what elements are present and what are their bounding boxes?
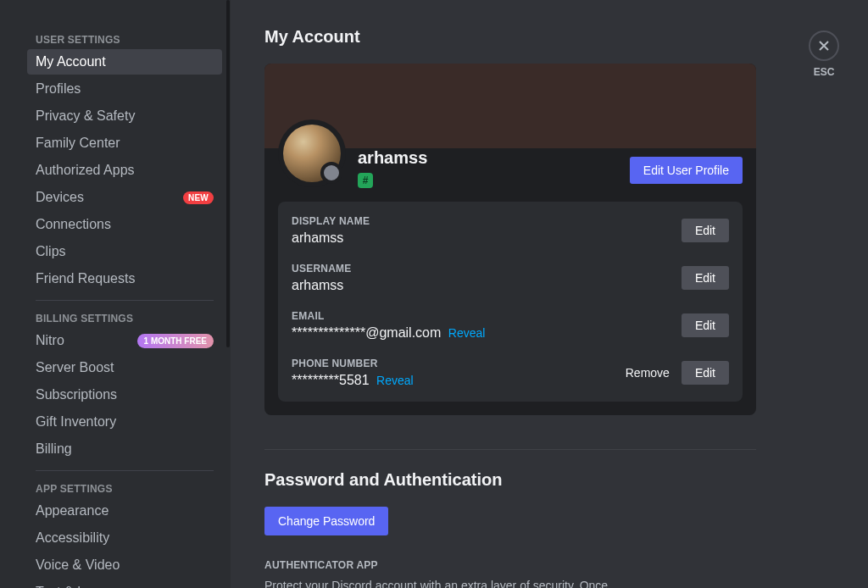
edit-display-name-button[interactable]: Edit [682,219,729,242]
sidebar-section-heading: BILLING SETTINGS [27,309,222,328]
sidebar-item-label: Gift Inventory [36,414,116,430]
email-value: **************@gmail.com Reveal [292,325,485,341]
sidebar-item-nitro[interactable]: Nitro1 MONTH FREE [27,328,222,353]
edit-username-button[interactable]: Edit [682,266,729,290]
sidebar-item-accessibility[interactable]: Accessibility [27,525,222,551]
sidebar-item-label: Server Boost [36,360,114,375]
close-icon [809,31,839,61]
sidebar-item-label: Family Center [36,136,120,151]
sidebar-item-friend-requests[interactable]: Friend Requests [27,266,222,291]
close-label: ESC [814,66,835,78]
sidebar-item-connections[interactable]: Connections [27,212,222,237]
sidebar-divider [36,470,214,471]
sidebar-item-appearance[interactable]: Appearance [27,498,222,524]
sidebar-item-my-account[interactable]: My Account [27,49,222,75]
sidebar-item-label: Authorized Apps [36,163,135,178]
edit-phone-button[interactable]: Edit [682,361,729,385]
reveal-phone-link[interactable]: Reveal [376,374,414,387]
new-badge: NEW [183,191,214,204]
sidebar-item-text-images[interactable]: Text & Images [27,580,222,588]
page-title: My Account [264,27,834,47]
profile-name: arhamss [358,148,427,168]
sidebar-item-label: Appearance [36,503,108,519]
sidebar-item-label: Devices [36,190,84,205]
sidebar-item-label: Privacy & Safety [36,108,135,124]
sidebar-item-label: Subscriptions [36,387,117,402]
password-auth-title: Password and Authentication [264,470,834,490]
username-field: USERNAME arhamss Edit [292,254,729,302]
sidebar-item-label: Nitro [36,333,64,348]
account-fields: DISPLAY NAME arhamss Edit USERNAME arham… [278,202,743,402]
promo-badge: 1 MONTH FREE [137,334,214,348]
sidebar-item-label: Voice & Video [36,557,120,573]
edit-user-profile-button[interactable]: Edit User Profile [630,157,743,184]
change-password-button[interactable]: Change Password [264,507,388,535]
content-area: ESC My Account arhamss # Edit User Profi… [231,0,868,588]
sidebar-item-server-boost[interactable]: Server Boost [27,355,222,380]
sidebar-item-label: Connections [36,217,111,232]
sidebar-item-subscriptions[interactable]: Subscriptions [27,382,222,408]
sidebar-item-label: My Account [36,54,106,69]
section-divider [264,449,756,450]
sidebar-item-family-center[interactable]: Family Center [27,130,222,156]
username-value: arhamss [292,278,352,293]
phone-masked: *********5581 [292,373,370,387]
sidebar-section-heading: APP SETTINGS [27,480,222,498]
reveal-email-link[interactable]: Reveal [448,326,486,340]
sidebar-item-billing[interactable]: Billing [27,436,222,462]
sidebar-item-label: Profiles [36,81,81,97]
sidebar-item-label: Friend Requests [36,271,135,286]
sidebar-divider [36,300,214,301]
avatar-wrap [278,119,346,187]
account-card: arhamss # Edit User Profile DISPLAY NAME… [264,64,756,415]
sidebar-item-privacy-safety[interactable]: Privacy & Safety [27,103,222,129]
sidebar-item-label: Billing [36,441,72,457]
sidebar-item-voice-video[interactable]: Voice & Video [27,552,222,578]
remove-phone-button[interactable]: Remove [626,366,670,380]
hashtag-badge-icon: # [358,173,373,188]
username-label: USERNAME [292,263,352,275]
display-name-label: DISPLAY NAME [292,215,370,227]
sidebar-item-gift-inventory[interactable]: Gift Inventory [27,409,222,435]
email-field: EMAIL **************@gmail.com Reveal Ed… [292,302,729,349]
sidebar-item-profiles[interactable]: Profiles [27,76,222,102]
settings-sidebar: USER SETTINGSMy AccountProfilesPrivacy &… [0,0,231,588]
sidebar-item-label: Clips [36,244,66,259]
sidebar-item-label: Text & Images [36,585,121,588]
email-label: EMAIL [292,310,485,322]
profile-header: arhamss # Edit User Profile [264,148,756,202]
sidebar-item-clips[interactable]: Clips [27,239,222,264]
close-button[interactable]: ESC [809,31,839,78]
sidebar-item-label: Accessibility [36,530,109,546]
phone-value: *********5581 Reveal [292,373,414,388]
display-name-value: arhamss [292,230,370,246]
authenticator-app-heading: AUTHENTICATOR APP [264,559,834,571]
sidebar-item-authorized-apps[interactable]: Authorized Apps [27,158,222,183]
sidebar-scrollbar[interactable] [226,0,230,347]
status-indicator-icon [320,162,342,184]
edit-email-button[interactable]: Edit [682,313,729,337]
email-masked: **************@gmail.com [292,325,441,340]
authenticator-app-description: Protect your Discord account with an ext… [264,578,654,588]
phone-label: PHONE NUMBER [292,358,414,369]
display-name-field: DISPLAY NAME arhamss Edit [292,215,729,254]
sidebar-item-devices[interactable]: DevicesNEW [27,185,222,210]
phone-field: PHONE NUMBER *********5581 Reveal Remove… [292,349,729,388]
sidebar-section-heading: USER SETTINGS [27,31,222,49]
